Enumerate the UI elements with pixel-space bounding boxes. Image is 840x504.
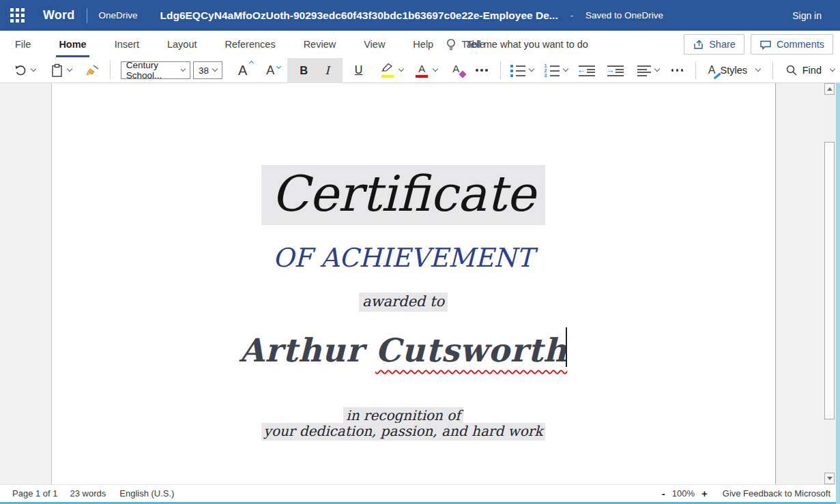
undo-button[interactable] [11, 60, 38, 80]
increase-indent-icon: → [607, 64, 624, 76]
chevron-down-icon [212, 66, 218, 72]
status-bar: Page 1 of 1 23 words English (U.S.) - 10… [0, 484, 840, 502]
app-launcher-icon[interactable] [10, 8, 25, 23]
certificate-title-text[interactable]: Certificate [261, 165, 546, 225]
bold-button[interactable]: B [291, 64, 316, 77]
tab-home[interactable]: Home [56, 31, 89, 58]
underline-button[interactable]: U [347, 64, 371, 76]
recipient-first[interactable]: Arthur [240, 331, 375, 369]
share-icon [693, 39, 704, 50]
chevron-down-icon [67, 66, 72, 72]
shrink-font-button[interactable]: A [260, 63, 280, 78]
awarded-to-line[interactable]: awarded to [52, 293, 755, 310]
caret-down-icon [276, 63, 281, 68]
recipient-last-misspelled[interactable]: Cutsworth [375, 331, 567, 369]
font-name-select[interactable]: Century School... [121, 61, 190, 79]
onedrive-link[interactable]: OneDrive [98, 10, 137, 20]
font-color-button[interactable]: A [411, 60, 440, 80]
bullets-button[interactable] [508, 60, 536, 80]
font-size-select[interactable]: 38 [193, 61, 222, 79]
numbering-button[interactable]: 1 2 3 [542, 60, 570, 80]
page-indicator[interactable]: Page 1 of 1 [12, 488, 58, 499]
tab-references[interactable]: References [222, 31, 278, 58]
ribbon-tabs: File Home Insert Layout References Revie… [0, 31, 840, 58]
font-name-value: Century School... [126, 60, 178, 80]
zoom-out-button[interactable]: - [658, 488, 669, 499]
toolbar-divider [500, 61, 501, 79]
window-right-edge [836, 83, 840, 504]
tell-me-box[interactable]: Tell me what you want to do [445, 31, 588, 58]
more-font-options-icon[interactable] [470, 60, 493, 80]
chevron-down-icon [399, 66, 404, 72]
more-paragraph-options-icon[interactable] [666, 60, 689, 80]
share-button[interactable]: Share [684, 34, 744, 55]
document-canvas: Certificate OF ACHIEVEMENT awarded to Ar… [0, 83, 840, 484]
text-highlight-button[interactable] [377, 60, 406, 80]
recipient-name-line[interactable]: Arthur Cutsworth [52, 330, 755, 371]
text-cursor [566, 327, 567, 367]
chevron-down-icon [31, 66, 36, 72]
chevron-down-icon [562, 66, 568, 72]
tell-me-label: Tell me what you want to do [466, 39, 588, 50]
chevron-down-icon [755, 66, 761, 72]
language-indicator[interactable]: English (U.S.) [119, 488, 174, 499]
zoom-in-button[interactable]: + [697, 488, 712, 499]
chevron-down-icon [433, 66, 438, 72]
toolbar-divider [772, 61, 773, 79]
scroll-down-icon [827, 477, 832, 480]
document-title[interactable]: Ldg6EQCyN4aMfoOzUoth-90293edc60f43f30bdc… [160, 10, 558, 22]
tab-help[interactable]: Help [410, 31, 436, 58]
certificate-subtitle[interactable]: OF ACHIEVEMENT [52, 241, 755, 275]
italic-button[interactable]: I [316, 64, 338, 77]
save-status[interactable]: Saved to OneDrive [585, 10, 663, 20]
scroll-up-icon [827, 87, 832, 91]
sign-in-button[interactable]: Sign in [792, 10, 822, 21]
tab-view[interactable]: View [361, 31, 388, 58]
decrease-indent-button[interactable]: ← [576, 60, 598, 80]
alignment-button[interactable] [635, 60, 662, 80]
tab-insert[interactable]: Insert [112, 31, 142, 58]
format-painter-button[interactable] [83, 60, 103, 80]
word-count[interactable]: 23 words [70, 488, 106, 499]
numbered-list-icon: 1 2 3 [545, 64, 560, 76]
find-label: Find [802, 65, 822, 76]
app-name[interactable]: Word [43, 8, 74, 23]
chevron-down-icon [830, 66, 835, 72]
increase-indent-button[interactable]: → [605, 60, 626, 80]
feedback-link[interactable]: Give Feedback to Microsoft [723, 488, 830, 499]
topbar-divider [87, 8, 87, 23]
lightbulb-icon [445, 38, 457, 51]
certificate-title[interactable]: Certificate [52, 162, 755, 225]
word-online-window: Word OneDrive Ldg6EQCyN4aMfoOzUoth-90293… [0, 0, 840, 504]
grow-font-button[interactable]: A [232, 63, 253, 78]
styles-label: Styles [721, 65, 748, 76]
bullet-list-icon [510, 64, 525, 76]
highlighter-icon [380, 63, 395, 78]
clear-formatting-button[interactable]: A [446, 60, 466, 80]
caret-up-icon [249, 60, 254, 65]
chevron-down-icon [181, 66, 186, 72]
decrease-indent-icon: ← [579, 64, 595, 76]
chevron-down-icon [654, 66, 659, 72]
recognition-lines[interactable]: in recognition of your dedication, passi… [52, 408, 755, 439]
scroll-up-button[interactable] [824, 83, 835, 95]
scrollbar-thumb[interactable] [824, 142, 835, 419]
font-color-icon: A [414, 63, 429, 78]
home-ribbon-toolbar: Century School... 38 A A B I U [0, 58, 840, 83]
clear-formatting-icon: A [448, 63, 463, 78]
toolbar-divider [695, 61, 696, 79]
top-app-bar: Word OneDrive Ldg6EQCyN4aMfoOzUoth-90293… [0, 0, 840, 31]
vertical-scrollbar[interactable] [824, 83, 835, 484]
tab-layout[interactable]: Layout [164, 31, 200, 58]
comments-button[interactable]: Comments [751, 34, 833, 55]
font-size-value: 38 [199, 65, 209, 76]
tab-file[interactable]: File [12, 31, 33, 58]
chevron-down-icon [528, 66, 534, 72]
paste-button[interactable] [48, 60, 74, 80]
tab-review[interactable]: Review [301, 31, 339, 58]
styles-button[interactable]: A Styles [703, 64, 766, 76]
find-button[interactable]: Find [780, 64, 840, 76]
scroll-down-button[interactable] [824, 473, 835, 484]
zoom-level[interactable]: 100% [672, 488, 695, 499]
document-page[interactable]: Certificate OF ACHIEVEMENT awarded to Ar… [51, 83, 776, 484]
